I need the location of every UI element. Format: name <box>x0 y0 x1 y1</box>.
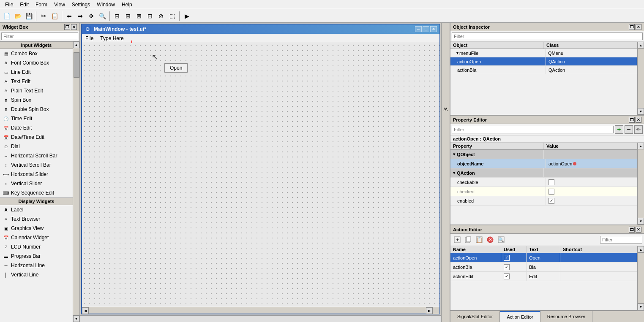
table-row[interactable]: actionBla QAction <box>450 66 637 74</box>
list-item[interactable]: A Font Combo Box <box>0 58 73 68</box>
pe-property-row[interactable]: checkable <box>450 178 637 187</box>
tab-signal-slot-editor[interactable]: Signal/Slot Editor <box>450 311 500 322</box>
list-item[interactable]: ─ Horizontal Line <box>0 261 73 270</box>
table-row[interactable]: actionBla ✓ Bla <box>450 262 637 272</box>
list-item[interactable]: ↕ Vertical Scroll Bar <box>0 160 73 170</box>
toolbar-layout-f[interactable]: ⊡ <box>145 11 155 21</box>
toolbar-cut[interactable]: ✂ <box>38 11 49 21</box>
designer-close-btn[interactable]: ✕ <box>430 26 437 32</box>
ae-scroll-up[interactable]: ▲ <box>638 246 644 253</box>
oi-scroll-track[interactable] <box>638 49 644 108</box>
list-item[interactable]: 📅 Date/Time Edit <box>0 133 73 142</box>
pe-value-cell[interactable]: actionOpen <box>546 159 637 168</box>
menu-settings[interactable]: Settings <box>68 1 93 8</box>
list-item[interactable]: 📅 Date Edit <box>0 123 73 133</box>
ae-paste-btn[interactable]: 📋 <box>474 235 484 245</box>
designer-menu-type-here[interactable]: Type Here <box>97 35 127 42</box>
list-item[interactable]: ⟺ Horizontal Slider <box>0 170 73 179</box>
menu-edit[interactable]: Edit <box>16 1 32 8</box>
menu-file[interactable]: File <box>2 1 16 8</box>
list-item[interactable]: 7 LCD Number <box>0 242 73 252</box>
list-item[interactable]: ⌨ Key Sequence Edit <box>0 188 73 198</box>
pe-value-cell[interactable] <box>546 187 637 196</box>
designer-vscroll-track[interactable] <box>80 316 441 322</box>
list-item[interactable]: A Text Browser <box>0 214 73 224</box>
tab-action-editor[interactable]: Action Editor <box>500 311 540 322</box>
list-item[interactable]: ⬆ Double Spin Box <box>0 105 73 114</box>
pe-checkbox[interactable] <box>548 189 554 195</box>
list-item[interactable]: ↔ Horizontal Scroll Bar <box>0 151 73 160</box>
scroll-thumb[interactable] <box>74 52 79 78</box>
list-item[interactable]: │ Vertical Line <box>0 270 73 279</box>
pe-scrollbar[interactable]: ▲ ▼ <box>637 143 644 225</box>
ae-filter-input[interactable] <box>600 236 642 244</box>
right-collapse-indicator[interactable]: /A <box>441 23 450 322</box>
designer-maximize-btn[interactable]: □ <box>423 26 429 32</box>
menu-form[interactable]: Form <box>32 1 51 8</box>
toolbar-layout-g[interactable]: ⊠ <box>134 11 144 21</box>
list-item[interactable]: ↕ Vertical Slider <box>0 179 73 188</box>
list-item[interactable]: ▬ Progress Bar <box>0 252 73 261</box>
ae-delete-btn[interactable]: ✕ <box>485 235 495 245</box>
ae-float-btn[interactable]: 🗖 <box>629 227 635 233</box>
ae-scroll-down[interactable]: ▼ <box>638 303 644 310</box>
pe-filter-input[interactable] <box>452 126 614 133</box>
scroll-track[interactable] <box>73 48 79 315</box>
pe-float-btn[interactable]: 🗖 <box>629 117 635 123</box>
ae-used-checkbox[interactable]: ✓ <box>504 264 510 270</box>
oi-scroll-down[interactable]: ▼ <box>638 108 644 115</box>
widget-box-close-btn[interactable]: ✕ <box>71 24 77 30</box>
pe-value-cell[interactable]: ✓ <box>546 196 637 205</box>
oi-scroll-up[interactable]: ▲ <box>638 42 644 49</box>
list-item[interactable]: ▤ Combo Box <box>0 49 73 58</box>
pe-close-btn[interactable]: ✕ <box>636 117 641 123</box>
pe-add-btn[interactable]: + <box>615 125 623 134</box>
table-row[interactable]: actionOpen ✓ Open <box>450 253 637 262</box>
toolbar-preview[interactable]: ▶ <box>182 11 192 21</box>
toolbar-open[interactable]: 📂 <box>13 11 23 21</box>
toolbar-redo[interactable]: ➡ <box>75 11 85 21</box>
pe-scroll-down[interactable]: ▼ <box>638 218 644 225</box>
toolbar-layout-v[interactable]: ⊞ <box>123 11 133 21</box>
pe-group-row[interactable]: ▾ QObject <box>450 150 637 159</box>
toolbar-zoom[interactable]: 🔍 <box>97 11 107 21</box>
designer-menu-file[interactable]: File <box>82 35 97 42</box>
list-item[interactable]: A Plain Text Edit <box>0 86 73 95</box>
oi-close-btn[interactable]: ✕ <box>636 24 641 30</box>
ae-scroll-track[interactable] <box>638 253 644 303</box>
menu-help[interactable]: Help <box>118 1 136 8</box>
list-item[interactable]: ⬆ Spin Box <box>0 95 73 105</box>
toolbar-break[interactable]: ⊘ <box>156 11 166 21</box>
toolbar-save[interactable]: 💾 <box>24 11 34 21</box>
pe-checkbox-checked[interactable]: ✓ <box>548 198 554 204</box>
table-row[interactable]: actionEdit ✓ Edit <box>450 272 637 281</box>
pe-configure-btn[interactable]: ✏ <box>634 125 643 134</box>
oi-float-btn[interactable]: 🗖 <box>629 24 635 30</box>
hscroll-right-btn[interactable]: ▶ <box>426 307 433 314</box>
hscroll-track[interactable] <box>89 307 426 314</box>
list-item[interactable]: 🕐 Time Edit <box>0 114 73 123</box>
widget-filter-input[interactable] <box>1 32 78 40</box>
list-item[interactable]: 📅 Calendar Widget <box>0 233 73 242</box>
pe-remove-btn[interactable]: − <box>625 125 633 134</box>
hscroll-left-btn[interactable]: ◀ <box>82 307 89 314</box>
toolbar-adjust[interactable]: ⬚ <box>167 11 177 21</box>
widget-box-float-btn[interactable]: 🗖 <box>64 24 70 30</box>
pe-property-row[interactable]: enabled ✓ <box>450 196 637 206</box>
oi-filter-input[interactable] <box>452 32 643 40</box>
ae-used-checkbox[interactable]: ✓ <box>504 273 510 279</box>
ae-close-btn[interactable]: ✕ <box>636 227 641 233</box>
open-button[interactable]: Open <box>164 63 188 73</box>
pe-group-row[interactable]: ▾ QAction <box>450 168 637 178</box>
widget-scrollbar[interactable]: ▲ ▼ <box>73 41 79 322</box>
pe-property-row[interactable]: objectName actionOpen <box>450 159 637 168</box>
list-item[interactable]: A Text Edit <box>0 77 73 86</box>
ae-navigate-btn[interactable]: 🔍 <box>496 235 506 245</box>
designer-canvas[interactable]: Open ↖ <box>82 43 439 307</box>
pe-value-cell[interactable] <box>546 178 637 187</box>
oi-scrollbar[interactable]: ▲ ▼ <box>637 42 644 115</box>
ae-new-btn[interactable]: ✦ <box>452 235 462 245</box>
toolbar-copy[interactable]: 📋 <box>49 11 60 21</box>
list-item[interactable]: ▣ Graphics View <box>0 224 73 233</box>
ae-copy-btn[interactable] <box>463 235 473 245</box>
